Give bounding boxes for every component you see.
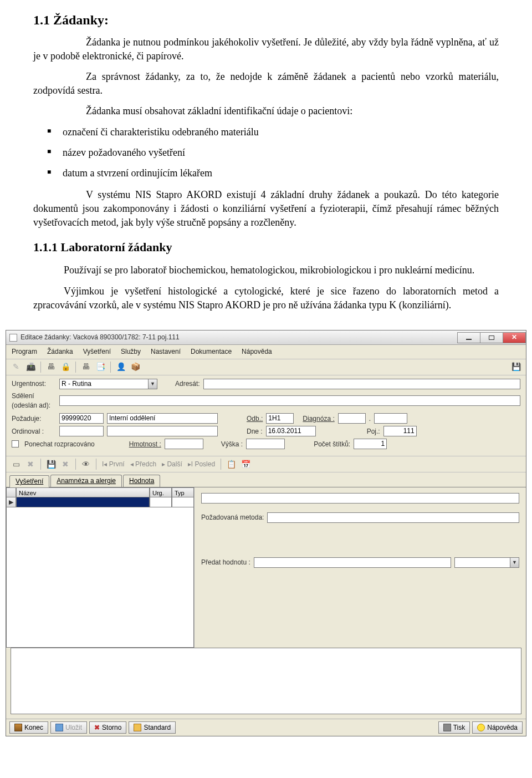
menu-nastaveni[interactable]: Nastavení [151, 347, 181, 357]
tb2-view-icon[interactable]: 👁 [79, 458, 93, 470]
tb2-extra-2[interactable]: 📅 [239, 458, 252, 470]
label-odb: Odb.: [247, 414, 263, 424]
grid-body[interactable] [6, 507, 194, 648]
subsection-heading: 1.1.1 Laboratorní žádanky [33, 239, 499, 256]
konec-label: Konec [24, 723, 43, 733]
cell-urg[interactable] [150, 497, 172, 507]
table-row[interactable]: ▶ [6, 497, 194, 507]
input-odb[interactable]: 1H1 [266, 413, 294, 424]
toolbar-btn-7[interactable]: 👤 [114, 361, 127, 373]
input-pozaduje-odd[interactable]: Interní oddělení [107, 413, 218, 424]
toolbar-main: ✎ 📠 🖶 🔒 🖶 📑 👤 📦 💾 [6, 359, 526, 375]
napoveda-label: Nápověda [487, 723, 518, 733]
label-ponechat: Ponechat rozpracováno [24, 440, 95, 449]
input-adresat[interactable] [203, 379, 520, 389]
row-indicator-icon: ▶ [6, 497, 16, 507]
tisk-button[interactable]: Tisk [438, 721, 470, 734]
combo-predat[interactable]: ▼ [454, 557, 519, 568]
form-area: Urgentnost: R - Rutina ▼ Adresát: Sdělen… [6, 375, 526, 457]
grid-header: Název Urg. Typ [6, 487, 194, 497]
minimize-button[interactable] [457, 332, 480, 343]
input-detail-top[interactable] [201, 493, 519, 504]
tab-vysetreni[interactable]: Vyšetření [9, 475, 49, 487]
section-heading: 1.1 Žádanky: [33, 11, 499, 30]
menu-zadanka[interactable]: Žádanka [47, 347, 73, 357]
label-vyska: Výška : [221, 440, 243, 449]
konec-button[interactable]: Konec [9, 721, 48, 734]
maximize-button[interactable] [480, 332, 503, 343]
nav-first[interactable]: I◂ První [102, 460, 125, 469]
col-typ[interactable]: Typ [172, 487, 194, 497]
tb2-cancel-icon[interactable]: ✖ [59, 458, 72, 470]
window-title: Editace žádanky: Vacková 890300/1782: 7-… [21, 333, 180, 342]
ulozit-button[interactable]: Uložit [50, 721, 87, 734]
tb2-save-icon[interactable]: 💾 [44, 458, 58, 470]
tb2-delete-icon[interactable]: ✖ [24, 458, 37, 470]
standard-button[interactable]: Standard [129, 721, 176, 734]
toolbar-btn-9[interactable]: 💾 [509, 361, 523, 373]
content-panel: Název Urg. Typ ▶ Požadovaná metoda: [6, 487, 526, 648]
value-urgentnost[interactable]: R - Rutina [59, 379, 148, 389]
titlebar: Editace žádanky: Vacková 890300/1782: 7-… [6, 330, 526, 345]
paragraph: Žádanka musí obsahovat základní identifi… [86, 104, 499, 118]
menu-napoveda[interactable]: Nápověda [242, 347, 272, 357]
nav-next[interactable]: ▸ Další [162, 460, 182, 469]
input-pozaduje-kod[interactable]: 99999020 [59, 413, 104, 424]
input-poj[interactable]: 111 [383, 426, 417, 436]
cell-typ[interactable] [172, 497, 194, 507]
toolbar-btn-8[interactable]: 📦 [129, 361, 142, 373]
input-sdeleni[interactable] [59, 395, 520, 406]
paragraph: V systému NIS Stapro AKORD existují 4 zá… [33, 188, 499, 230]
menu-sluzby[interactable]: Služby [121, 347, 141, 357]
tab-hodnota[interactable]: Hodnota [123, 475, 160, 487]
toolbar-btn-1[interactable]: ✎ [9, 361, 23, 373]
input-diagnoza-2[interactable] [374, 413, 407, 424]
tb2-new-icon[interactable]: ▭ [9, 458, 23, 470]
nav-prev[interactable]: ◂ Předch [130, 460, 156, 469]
combo-urgentnost[interactable]: R - Rutina ▼ [59, 379, 157, 389]
toolbar-btn-4[interactable]: 🔒 [59, 361, 72, 373]
menu-dokumentace[interactable]: Dokumentace [191, 347, 232, 357]
checkbox-ponechat[interactable] [12, 440, 19, 448]
input-vyska[interactable] [246, 439, 285, 449]
label-pocet-stitku: Počet štítků: [314, 440, 350, 449]
toolbar-btn-3[interactable]: 🖶 [44, 361, 58, 373]
notes-textarea[interactable] [11, 648, 521, 714]
label-predat-hodnotu: Předat hodnotu : [201, 558, 250, 567]
chevron-down-icon[interactable]: ▼ [510, 557, 519, 568]
toolbar-btn-2[interactable]: 📠 [24, 361, 37, 373]
col-nazev[interactable]: Název [16, 487, 150, 497]
chevron-down-icon[interactable]: ▼ [148, 379, 157, 389]
input-hmotnost[interactable] [165, 439, 203, 449]
close-button[interactable]: ✕ [503, 332, 526, 343]
paragraph: Žádanka je nutnou podmínkou jakéhokoliv … [33, 35, 499, 63]
input-ordinoval-2[interactable] [107, 426, 218, 436]
help-icon [477, 724, 485, 731]
grid-panel: Název Urg. Typ ▶ [6, 487, 195, 648]
napoveda-button[interactable]: Nápověda [472, 721, 523, 734]
bullet-list: označení či charakteristiku odebraného m… [47, 125, 499, 181]
label-ordinoval: Ordinoval : [12, 427, 56, 436]
toolbar-btn-6[interactable]: 📑 [94, 361, 107, 373]
tab-anamneza[interactable]: Anamnéza a alergie [50, 475, 122, 487]
input-ordinoval-1[interactable] [59, 426, 104, 436]
menu-program[interactable]: Program [12, 347, 37, 357]
input-diagnoza-1[interactable] [338, 413, 366, 424]
input-pocet-stitku[interactable]: 1 [354, 439, 387, 449]
nav-last[interactable]: ▸I Posled [188, 460, 215, 469]
cell-nazev[interactable] [16, 497, 150, 507]
tisk-label: Tisk [453, 723, 466, 733]
toolbar-btn-5[interactable]: 🖶 [79, 361, 93, 373]
input-dne[interactable]: 16.03.2011 [266, 426, 316, 436]
storno-label: Storno [102, 723, 121, 733]
col-urg[interactable]: Urg. [150, 487, 172, 497]
input-predat-hodnotu[interactable] [254, 557, 451, 568]
menu-vysetreni[interactable]: Vyšetření [83, 347, 111, 357]
combo-predat-value[interactable] [454, 557, 510, 568]
printer-icon [443, 724, 451, 731]
tb2-extra-1[interactable]: 📋 [224, 458, 238, 470]
storno-button[interactable]: ✖ Storno [89, 721, 126, 734]
input-pozad-metoda[interactable] [267, 512, 519, 523]
tab-strip: Vyšetření Anamnéza a alergie Hodnota [6, 472, 526, 487]
list-item: označení či charakteristiku odebraného m… [47, 125, 499, 139]
